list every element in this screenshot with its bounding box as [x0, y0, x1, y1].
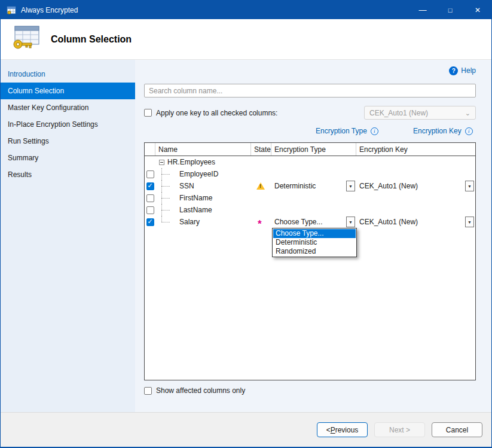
encryption-key-cell	[356, 168, 475, 180]
maximize-button[interactable]: □	[436, 1, 464, 19]
sidebar-item-results[interactable]: Results	[1, 166, 135, 183]
row-name-cell: Salary	[155, 216, 251, 228]
state-cell	[251, 168, 271, 180]
show-affected-checkbox[interactable]	[144, 387, 152, 395]
window-controls: — □ ✕	[409, 1, 491, 19]
column-links-row: Encryption Type i Encryption Key i	[144, 127, 476, 138]
page-title: Column Selection	[51, 34, 132, 45]
table-group-row: HR.Employees	[145, 156, 475, 168]
tree-line	[161, 174, 170, 175]
tree-line	[161, 210, 170, 211]
row-name-cell: FirstName	[155, 192, 251, 204]
wizard-body: Introduction Column Selection Master Key…	[1, 60, 491, 412]
dropdown-arrow-icon: ▼	[346, 181, 355, 191]
cancel-button[interactable]: Cancel	[432, 422, 482, 437]
wizard-header: Column Selection	[1, 19, 491, 60]
encryption-type-link[interactable]: Encryption Type i	[316, 127, 378, 135]
warning-icon	[256, 182, 265, 190]
table-row-salary: Salary * Choose Type... ▼ CEK_Auto1 (New…	[145, 216, 475, 228]
tree-collapse-icon[interactable]	[159, 160, 164, 165]
dropdown-option-deterministic[interactable]: Deterministic	[273, 238, 356, 247]
encryption-type-value: Deterministic	[274, 182, 346, 190]
encryption-key-cell	[356, 192, 475, 204]
encryption-key-link-label: Encryption Key	[413, 127, 462, 135]
state-cell	[251, 192, 271, 204]
header-encryption-key: Encryption Key	[356, 143, 475, 156]
encryption-type-value: Choose Type...	[274, 218, 346, 226]
always-encrypted-window: Always Encrypted — □ ✕ Column Selec	[0, 0, 492, 448]
app-icon	[7, 5, 16, 15]
row-name-cell: SSN	[155, 180, 251, 192]
table-header: Name State Encryption Type Encryption Ke…	[145, 143, 475, 156]
sidebar-item-run-settings[interactable]: Run Settings	[1, 133, 135, 150]
encryption-key-cell	[356, 204, 475, 216]
group-name: HR.Employees	[167, 158, 215, 166]
main-content: ? Help Apply one key to all checked colu…	[135, 60, 491, 412]
apply-key-row: Apply one key to all checked columns: CE…	[144, 106, 476, 120]
apply-key-dropdown[interactable]: CEK_Auto1 (New) ⌄	[364, 106, 476, 120]
encryption-type-combo[interactable]: Deterministic ▼	[271, 180, 356, 192]
column-name: EmployeeID	[179, 170, 218, 178]
encryption-type-cell	[271, 204, 356, 216]
header-checkbox-column	[145, 143, 155, 156]
info-icon[interactable]: i	[465, 127, 473, 135]
previous-button-accesskey: P	[331, 426, 335, 434]
dropdown-option-choose-type[interactable]: Choose Type...	[273, 229, 356, 238]
wizard-steps-sidebar: Introduction Column Selection Master Key…	[1, 60, 135, 412]
group-name-cell: HR.Employees	[155, 156, 475, 168]
help-icon: ?	[449, 66, 458, 75]
row-checkbox[interactable]	[146, 170, 154, 178]
show-affected-row: Show affected columns only	[144, 386, 476, 395]
row-name-cell: EmployeeID	[155, 168, 251, 180]
row-name-cell: LastName	[155, 204, 251, 216]
close-button[interactable]: ✕	[464, 1, 491, 19]
state-cell	[251, 204, 271, 216]
row-checkbox[interactable]	[146, 218, 154, 226]
encryption-key-combo[interactable]: CEK_Auto1 (New) ▼	[356, 180, 475, 192]
columns-table: Name State Encryption Type Encryption Ke…	[144, 142, 476, 380]
tree-line	[161, 186, 170, 187]
help-row: ? Help	[144, 65, 476, 77]
row-check-cell	[145, 204, 155, 216]
sidebar-item-in-place-encryption-settings[interactable]: In-Place Encryption Settings	[1, 116, 135, 133]
encryption-type-combo[interactable]: Choose Type... ▼	[271, 216, 356, 228]
table-row-employeeid: EmployeeID	[145, 168, 475, 180]
column-name: Salary	[179, 218, 200, 226]
header-state: State	[251, 143, 271, 156]
group-check-cell	[145, 156, 155, 168]
encryption-key-combo[interactable]: CEK_Auto1 (New) ▼	[356, 216, 475, 228]
row-check-cell	[145, 180, 155, 192]
previous-button[interactable]: < Previous	[317, 422, 368, 437]
dropdown-option-randomized[interactable]: Randomized	[273, 247, 356, 256]
sidebar-item-summary[interactable]: Summary	[1, 150, 135, 166]
encryption-type-link-label: Encryption Type	[316, 127, 367, 135]
row-checkbox[interactable]	[146, 206, 154, 214]
dropdown-arrow-icon: ▼	[346, 217, 355, 227]
tree-line	[161, 222, 170, 223]
sidebar-item-column-selection[interactable]: Column Selection	[1, 83, 135, 99]
row-checkbox[interactable]	[146, 194, 154, 202]
table-row-ssn: SSN Deterministic ▼ CEK_Auto1 (New) ▼	[145, 180, 475, 192]
column-name: LastName	[179, 206, 212, 214]
help-link[interactable]: ? Help	[449, 66, 476, 75]
header-name: Name	[155, 143, 251, 156]
sidebar-item-master-key-configuration[interactable]: Master Key Configuration	[1, 99, 135, 116]
row-check-cell	[145, 192, 155, 204]
column-name: FirstName	[179, 194, 212, 202]
window-title: Always Encrypted	[21, 6, 78, 14]
info-icon[interactable]: i	[371, 127, 378, 135]
state-cell	[251, 180, 271, 192]
minimize-button[interactable]: —	[409, 1, 436, 19]
sidebar-item-introduction[interactable]: Introduction	[1, 66, 135, 83]
search-input[interactable]	[144, 84, 476, 97]
tree-line	[161, 216, 162, 222]
required-asterisk: *	[258, 218, 262, 230]
column-name: SSN	[179, 182, 194, 190]
apply-key-checkbox[interactable]	[144, 109, 152, 117]
help-label: Help	[461, 66, 476, 75]
encryption-key-link[interactable]: Encryption Key i	[413, 127, 473, 135]
encryption-key-value: CEK_Auto1 (New)	[359, 218, 465, 226]
row-checkbox[interactable]	[146, 182, 154, 190]
dropdown-arrow-icon: ▼	[465, 217, 474, 227]
encryption-type-dropdown-list: Choose Type... Deterministic Randomized	[272, 228, 357, 257]
